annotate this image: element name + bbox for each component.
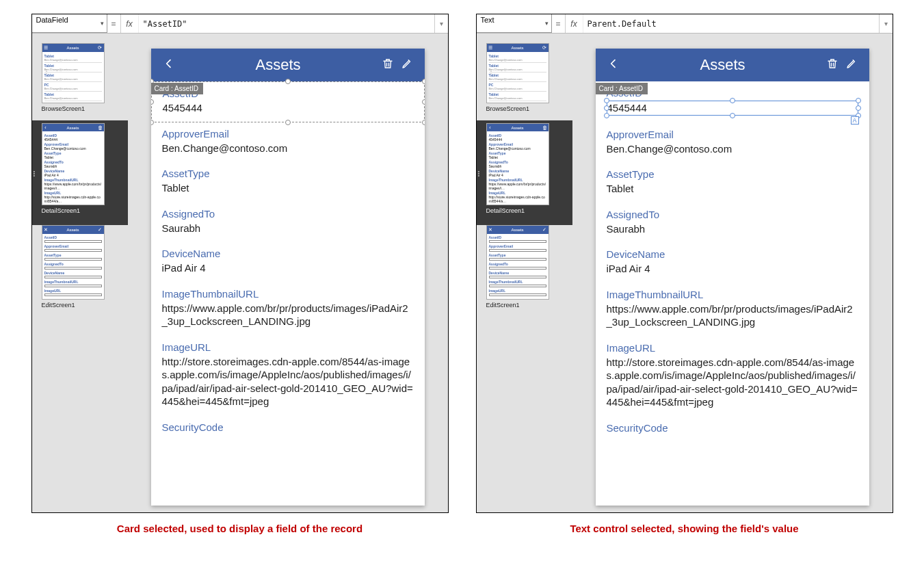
data-card[interactable]: AssignedToSaurabh [596,203,869,244]
card-value[interactable]: Ben.Change@contoso.com [162,142,414,155]
data-card[interactable]: AssignedToSaurabh [151,202,425,243]
fx-icon[interactable]: fx [121,14,139,33]
chevron-down-icon: ▾ [545,20,549,27]
thumbnail-label: EditScreen1 [42,302,122,309]
selection-handle[interactable] [151,99,154,105]
selection-handle[interactable] [285,79,291,84]
edit-icon[interactable] [397,57,417,73]
back-icon[interactable] [159,58,179,73]
form-viewer: AssetID4545444ApproverEmailBen.Change@co… [151,81,425,443]
card-value[interactable]: Saurabh [607,222,858,236]
card-value[interactable]: Ben.Change@contoso.com [607,142,858,156]
selection-handle[interactable] [604,113,609,118]
app-title: Assets [623,56,823,74]
data-card[interactable]: ImageThumbnailURLhttps://www.apple.com/b… [596,283,869,337]
data-card[interactable]: ImageURLhttp://store.storeimages.cdn-app… [596,337,869,417]
selection-handle[interactable] [856,105,861,111]
card-label: AssignedTo [607,209,858,220]
thumbnail-label: BrowseScreen1 [486,105,567,112]
card-label: ApproverEmail [162,128,414,140]
card-label: SecurityCode [162,421,414,433]
selection-handle[interactable] [730,113,735,118]
equals-label: = [107,14,121,33]
thumbnail-edit[interactable]: ✕Assets✓AssetIDApproverEmailAssetTypeAss… [486,225,549,300]
data-card[interactable]: ImageURLhttp://store.storeimages.cdn-app… [151,336,425,416]
formula-input[interactable]: Parent.Default [583,14,879,33]
fx-icon[interactable]: fx [566,14,583,33]
card-label: DeviceName [607,248,858,260]
card-label: ImageThumbnailURL [607,289,858,300]
thumbnail-label: EditScreen1 [486,302,567,309]
card-label: AssetType [607,168,858,180]
thumbnail-label: DetailScreen1 [486,207,567,214]
screen-thumbnails: ⋮☰Assets⟳TabletBen.Change@contoso.comTab… [32,34,128,512]
data-card[interactable]: ApproverEmailBen.Change@contoso.com [151,122,425,163]
selection-handle[interactable] [422,79,425,84]
formula-expand[interactable]: ▾ [879,14,893,33]
card-label: ImageThumbnailURL [162,288,414,300]
data-card[interactable]: DeviceNameiPad Air 4 [596,243,869,283]
formula-expand[interactable]: ▾ [434,14,448,33]
card-label: ApproverEmail [607,129,858,140]
selection-handle[interactable] [856,98,861,103]
app-header: Assets [596,49,869,81]
formula-bar: Text▾=fxParent.Default▾ [477,14,893,34]
card-value[interactable]: Tablet [607,182,858,196]
thumbnail-detail[interactable]: ‹Assets🗑AssetID4545444ApproverEmailBen.C… [486,123,549,205]
formula-bar: DataField▾=fx"AssetID"▾ [32,14,448,34]
selection-handle[interactable] [604,98,609,103]
equals-label: = [552,14,566,33]
selection-breadcrumb[interactable]: Card : AssetID [151,83,203,94]
trash-icon[interactable] [378,57,397,73]
editor-panel: DataField▾=fx"AssetID"▾⋮☰Assets⟳TabletBe… [31,14,449,513]
card-value[interactable]: https://www.apple.com/br/pr/products/ima… [162,302,414,328]
data-card[interactable]: ApproverEmailBen.Change@contoso.com [596,123,869,163]
back-icon[interactable] [604,58,623,73]
selection-breadcrumb[interactable]: Card : AssetID [596,83,648,94]
card-label: AssignedTo [162,208,414,220]
chevron-down-icon: ▾ [101,20,104,27]
data-card[interactable]: ImageThumbnailURLhttps://www.apple.com/b… [151,283,425,336]
card-label: ImageURL [162,341,414,353]
data-card[interactable]: SecurityCode [151,416,425,443]
data-card[interactable]: AssetTypeTablet [596,163,869,203]
device-preview: Card : AssetIDAssetsAssetID4545444AAppro… [596,49,869,506]
app-header: Assets [151,49,425,81]
card-value[interactable]: iPad Air 4 [607,262,858,276]
editor-panel: Text▾=fxParent.Default▾⋮☰Assets⟳TabletBe… [476,14,893,513]
form-viewer: AssetID4545444AApproverEmailBen.Change@c… [596,81,869,443]
card-value[interactable]: Tablet [162,181,414,195]
selection-handle[interactable] [730,98,735,103]
formula-input[interactable]: "AssetID" [139,14,434,33]
card-label: AssetType [162,168,414,179]
card-value[interactable]: iPad Air 4 [162,261,414,275]
card-label: DeviceName [162,248,414,259]
device-preview: Card : AssetIDAssetsAssetID4545444Approv… [151,49,425,506]
card-value[interactable]: http://store.storeimages.cdn-apple.com/8… [607,356,858,409]
property-selector[interactable]: Text▾ [477,14,552,33]
card-label: SecurityCode [607,422,858,434]
thumbnail-detail[interactable]: ‹Assets🗑AssetID4545444ApproverEmailBen.C… [42,123,105,205]
card-value[interactable]: https://www.apple.com/br/pr/products/ima… [607,302,858,329]
data-card[interactable]: AssetTypeTablet [151,162,425,202]
thumbnail-browse[interactable]: ☰Assets⟳TabletBen.Change@contoso.comTabl… [42,43,105,103]
card-value[interactable]: Saurabh [162,222,414,235]
card-value[interactable]: 4545444A [607,101,858,116]
thumbnail-edit[interactable]: ✕Assets✓AssetIDApproverEmailAssetTypeAss… [42,225,105,300]
selection-handle[interactable] [604,105,609,111]
thumbnail-browse[interactable]: ☰Assets⟳TabletBen.Change@contoso.comTabl… [486,43,549,103]
card-label: ImageURL [607,342,858,354]
card-value[interactable]: http://store.storeimages.cdn-apple.com/8… [162,355,414,408]
trash-icon[interactable] [823,57,842,73]
card-value[interactable]: 4545444 [163,101,413,115]
design-canvas[interactable]: Card : AssetIDAssetsAssetID4545444AAppro… [572,34,893,512]
thumbnail-label: DetailScreen1 [42,207,122,214]
property-selector[interactable]: DataField▾ [32,14,107,33]
figure-caption: Text control selected, showing the field… [570,523,798,534]
edit-icon[interactable] [842,57,861,73]
data-card[interactable]: DeviceNameiPad Air 4 [151,242,425,283]
selection-handle[interactable] [422,99,425,105]
data-card[interactable]: SecurityCode [596,417,869,443]
app-title: Assets [179,56,378,74]
design-canvas[interactable]: Card : AssetIDAssetsAssetID4545444Approv… [128,34,448,512]
